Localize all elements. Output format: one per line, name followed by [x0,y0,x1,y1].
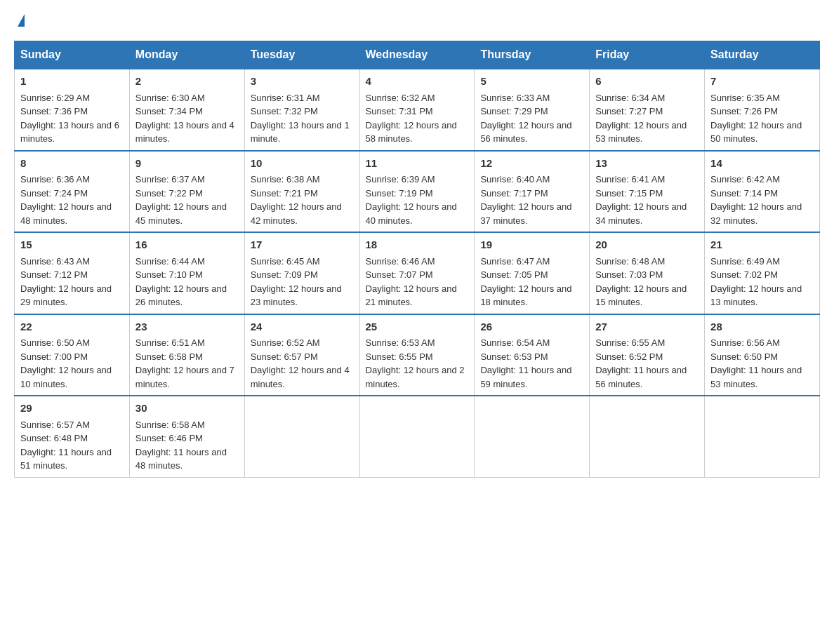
calendar-cell: 7Sunrise: 6:35 AMSunset: 7:26 PMDaylight… [705,69,820,151]
cell-content: Sunrise: 6:48 AMSunset: 7:03 PMDaylight:… [595,256,687,308]
day-number: 24 [251,319,354,335]
cell-content: Sunrise: 6:34 AMSunset: 7:27 PMDaylight:… [595,93,687,145]
calendar-cell: 28Sunrise: 6:56 AMSunset: 6:50 PMDayligh… [705,314,820,396]
calendar-cell: 13Sunrise: 6:41 AMSunset: 7:15 PMDayligh… [590,151,705,233]
cell-content: Sunrise: 6:29 AMSunset: 7:36 PMDaylight:… [20,93,119,145]
cell-content: Sunrise: 6:33 AMSunset: 7:29 PMDaylight:… [480,93,571,145]
cell-content: Sunrise: 6:42 AMSunset: 7:14 PMDaylight:… [710,174,802,226]
cell-content: Sunrise: 6:51 AMSunset: 6:58 PMDaylight:… [135,337,234,389]
day-number: 27 [595,319,699,335]
calendar-cell: 8Sunrise: 6:36 AMSunset: 7:24 PMDaylight… [15,151,130,233]
calendar-cell: 21Sunrise: 6:49 AMSunset: 7:02 PMDayligh… [705,232,820,314]
cell-content: Sunrise: 6:37 AMSunset: 7:22 PMDaylight:… [135,174,227,226]
day-number: 20 [595,237,699,253]
logo [14,14,25,27]
calendar-cell: 20Sunrise: 6:48 AMSunset: 7:03 PMDayligh… [590,232,705,314]
day-number: 8 [20,156,124,172]
calendar-cell [705,396,820,477]
calendar-cell: 3Sunrise: 6:31 AMSunset: 7:32 PMDaylight… [244,69,359,151]
calendar-week-row: 8Sunrise: 6:36 AMSunset: 7:24 PMDaylight… [15,151,820,233]
cell-content: Sunrise: 6:55 AMSunset: 6:52 PMDaylight:… [595,337,687,389]
day-number: 21 [710,237,814,253]
header [14,14,820,27]
day-number: 29 [20,401,124,417]
cell-content: Sunrise: 6:49 AMSunset: 7:02 PMDaylight:… [710,256,802,308]
day-number: 9 [135,156,239,172]
day-number: 23 [135,319,239,335]
cell-content: Sunrise: 6:39 AMSunset: 7:19 PMDaylight:… [366,174,457,226]
day-number: 10 [251,156,354,172]
cell-content: Sunrise: 6:35 AMSunset: 7:26 PMDaylight:… [710,93,802,145]
day-header-thursday: Thursday [475,41,590,69]
day-number: 13 [595,156,699,172]
cell-content: Sunrise: 6:54 AMSunset: 6:53 PMDaylight:… [480,337,571,389]
calendar-cell: 30Sunrise: 6:58 AMSunset: 6:46 PMDayligh… [129,396,244,477]
cell-content: Sunrise: 6:38 AMSunset: 7:21 PMDaylight:… [251,174,342,226]
calendar-cell: 23Sunrise: 6:51 AMSunset: 6:58 PMDayligh… [129,314,244,396]
day-number: 19 [480,237,583,253]
cell-content: Sunrise: 6:52 AMSunset: 6:57 PMDaylight:… [251,337,350,389]
calendar-cell: 22Sunrise: 6:50 AMSunset: 7:00 PMDayligh… [15,314,130,396]
calendar-cell: 27Sunrise: 6:55 AMSunset: 6:52 PMDayligh… [590,314,705,396]
calendar-cell: 29Sunrise: 6:57 AMSunset: 6:48 PMDayligh… [15,396,130,477]
calendar-table: SundayMondayTuesdayWednesdayThursdayFrid… [14,41,820,478]
calendar-cell: 18Sunrise: 6:46 AMSunset: 7:07 PMDayligh… [359,232,475,314]
day-number: 22 [20,319,124,335]
day-number: 26 [480,319,583,335]
cell-content: Sunrise: 6:43 AMSunset: 7:12 PMDaylight:… [20,256,112,308]
cell-content: Sunrise: 6:46 AMSunset: 7:07 PMDaylight:… [366,256,457,308]
day-header-saturday: Saturday [705,41,820,69]
cell-content: Sunrise: 6:32 AMSunset: 7:31 PMDaylight:… [366,93,457,145]
calendar-cell: 24Sunrise: 6:52 AMSunset: 6:57 PMDayligh… [244,314,359,396]
day-number: 17 [251,237,354,253]
day-header-wednesday: Wednesday [359,41,475,69]
calendar-cell: 12Sunrise: 6:40 AMSunset: 7:17 PMDayligh… [475,151,590,233]
day-number: 1 [20,74,124,90]
calendar-cell: 17Sunrise: 6:45 AMSunset: 7:09 PMDayligh… [244,232,359,314]
day-number: 6 [595,74,699,90]
day-number: 7 [710,74,814,90]
calendar-cell: 9Sunrise: 6:37 AMSunset: 7:22 PMDaylight… [129,151,244,233]
day-number: 3 [251,74,354,90]
calendar-cell [475,396,590,477]
day-number: 16 [135,237,239,253]
cell-content: Sunrise: 6:47 AMSunset: 7:05 PMDaylight:… [480,256,571,308]
cell-content: Sunrise: 6:58 AMSunset: 6:46 PMDaylight:… [135,420,227,471]
calendar-cell: 25Sunrise: 6:53 AMSunset: 6:55 PMDayligh… [359,314,475,396]
day-number: 4 [366,74,469,90]
day-header-sunday: Sunday [15,41,130,69]
calendar-cell: 1Sunrise: 6:29 AMSunset: 7:36 PMDaylight… [15,69,130,151]
cell-content: Sunrise: 6:41 AMSunset: 7:15 PMDaylight:… [595,174,687,226]
day-number: 5 [480,74,583,90]
cell-content: Sunrise: 6:31 AMSunset: 7:32 PMDaylight:… [251,93,350,145]
calendar-header-row: SundayMondayTuesdayWednesdayThursdayFrid… [15,41,820,69]
calendar-cell: 10Sunrise: 6:38 AMSunset: 7:21 PMDayligh… [244,151,359,233]
day-header-friday: Friday [590,41,705,69]
cell-content: Sunrise: 6:56 AMSunset: 6:50 PMDaylight:… [710,337,802,389]
day-number: 2 [135,74,239,90]
day-number: 11 [366,156,469,172]
calendar-week-row: 1Sunrise: 6:29 AMSunset: 7:36 PMDaylight… [15,69,820,151]
cell-content: Sunrise: 6:50 AMSunset: 7:00 PMDaylight:… [20,337,112,389]
day-number: 25 [366,319,469,335]
cell-content: Sunrise: 6:53 AMSunset: 6:55 PMDaylight:… [366,337,465,389]
day-number: 28 [710,319,814,335]
day-number: 14 [710,156,814,172]
cell-content: Sunrise: 6:57 AMSunset: 6:48 PMDaylight:… [20,420,112,471]
calendar-cell: 16Sunrise: 6:44 AMSunset: 7:10 PMDayligh… [129,232,244,314]
day-number: 30 [135,401,239,417]
cell-content: Sunrise: 6:40 AMSunset: 7:17 PMDaylight:… [480,174,571,226]
calendar-week-row: 29Sunrise: 6:57 AMSunset: 6:48 PMDayligh… [15,396,820,477]
day-number: 18 [366,237,469,253]
calendar-cell: 19Sunrise: 6:47 AMSunset: 7:05 PMDayligh… [475,232,590,314]
calendar-cell: 5Sunrise: 6:33 AMSunset: 7:29 PMDaylight… [475,69,590,151]
calendar-week-row: 15Sunrise: 6:43 AMSunset: 7:12 PMDayligh… [15,232,820,314]
calendar-cell [244,396,359,477]
calendar-cell: 4Sunrise: 6:32 AMSunset: 7:31 PMDaylight… [359,69,475,151]
calendar-cell: 2Sunrise: 6:30 AMSunset: 7:34 PMDaylight… [129,69,244,151]
day-number: 15 [20,237,124,253]
day-header-tuesday: Tuesday [244,41,359,69]
day-number: 12 [480,156,583,172]
cell-content: Sunrise: 6:44 AMSunset: 7:10 PMDaylight:… [135,256,227,308]
calendar-week-row: 22Sunrise: 6:50 AMSunset: 7:00 PMDayligh… [15,314,820,396]
